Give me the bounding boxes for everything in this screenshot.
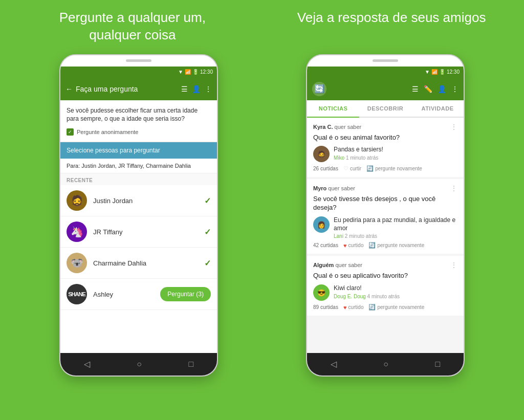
nav-recent-icon-r[interactable]: □	[435, 360, 441, 369]
feed-card-2-question: Se você tivesse três desejos , o que voc…	[313, 195, 457, 212]
heart-icon-2: ♥	[343, 242, 347, 249]
heart-icon-1: ♡	[343, 165, 348, 172]
time-right: 12:30	[447, 69, 460, 75]
recipients-label: Para:	[67, 163, 80, 169]
feed-card-2-more[interactable]: ⋮	[450, 184, 457, 192]
right-heading: Veja a resposta de seus amigos	[290, 9, 493, 44]
phones-container: ▼ 📶 🔋 12:30 ← Faça uma pergunta ☰ 👤 ⋮ Se…	[0, 54, 524, 377]
contact-item-ashley[interactable]: SHANE Ashley Perguntar (3)	[60, 279, 217, 310]
feed-card-3-actions: 89 curtidas ♥ curtido 🔄 pergunte novamen…	[313, 304, 457, 311]
feed-app-header: 🔄 ☰ ✏️ 👤 ⋮	[307, 78, 464, 100]
nav-back-icon-r[interactable]: ◁	[331, 359, 337, 369]
time-left: 12:30	[200, 69, 213, 75]
feed-card-2-answerer: Lani 2 minuto atrás	[334, 233, 457, 239]
feed-card-1-likes: 26 curtidas	[313, 166, 338, 171]
feed-card-3-answer-row: 😎 Kiwi claro! Doug E. Doug 4 minuto atrá…	[313, 284, 457, 301]
feed-more-icon[interactable]: ⋮	[451, 85, 458, 93]
feed-card-3-repeat-btn[interactable]: 🔄 pergunte novamente	[368, 304, 424, 311]
check-jr: ✓	[204, 227, 211, 237]
feed-profile-icon[interactable]: 👤	[438, 85, 446, 93]
contacts-list: 🧔 Justin Jordan ✓ 🦄 JR Tiffany ✓ 🐨	[60, 185, 217, 352]
feed-card-3-answerer: Doug E. Doug 4 minuto atrás	[334, 294, 457, 299]
ask-header-title: Faça uma pergunta	[76, 85, 181, 93]
feed-card-3: Alguém quer saber ⋮ Qual é o seu aplicat…	[307, 256, 464, 316]
checkbox-icon: ✓	[67, 128, 74, 136]
feed-contacts-icon[interactable]: ☰	[412, 85, 419, 93]
contact-item-justin[interactable]: 🧔 Justin Jordan ✓	[60, 185, 217, 216]
recipients-list: Justin Jordan, JR Tiffany, Charmaine Dah…	[81, 163, 191, 169]
ask-header-icons: ☰ 👤 ⋮	[181, 85, 212, 93]
profile-icon[interactable]: 👤	[192, 85, 201, 93]
feed-card-3-likes: 89 curtidas	[313, 304, 338, 310]
feed-content: Kyra C. quer saber ⋮ Qual é o seu animal…	[307, 118, 464, 353]
feed-card-2: Myro quer saber ⋮ Se você tivesse três d…	[307, 179, 464, 254]
nav-home-icon-r[interactable]: ○	[383, 360, 388, 369]
status-bar-right: ▼ 📶 🔋 12:30	[307, 67, 464, 78]
contact-item-jr[interactable]: 🦄 JR Tiffany ✓	[60, 216, 217, 248]
nav-recent-icon[interactable]: □	[189, 360, 194, 369]
question-area: Se você pudesse escolher ficar uma certa…	[60, 100, 217, 143]
wifi-icon: 📶	[185, 69, 191, 75]
feed-card-3-more[interactable]: ⋮	[450, 261, 457, 269]
feed-logo[interactable]: 🔄	[312, 82, 326, 96]
status-icons-right: ▼ 📶 🔋 12:30	[425, 69, 460, 75]
tab-atividade[interactable]: ATIVIDADE	[411, 100, 464, 118]
phone-screen-left: ▼ 📶 🔋 12:30 ← Faça uma pergunta ☰ 👤 ⋮ Se…	[60, 67, 217, 353]
more-icon[interactable]: ⋮	[205, 85, 212, 93]
feed-header-icons: ☰ ✏️ 👤 ⋮	[412, 85, 458, 93]
phone-right: ▼ 📶 🔋 12:30 🔄 ☰ ✏️ 👤 ⋮	[306, 54, 465, 377]
feed-card-2-header: Myro quer saber ⋮	[313, 184, 457, 192]
check-charmaine: ✓	[204, 258, 211, 268]
phone-bottom-nav-right: ◁ ○ □	[307, 353, 464, 375]
feed-edit-icon[interactable]: ✏️	[424, 85, 432, 93]
nav-back-icon[interactable]: ◁	[84, 359, 90, 369]
ask-button[interactable]: Perguntar (3)	[160, 287, 211, 301]
battery-icon-r: 🔋	[439, 69, 445, 75]
anon-check-row[interactable]: ✓ Pergunte anonimamente	[67, 128, 211, 136]
feed-card-1-header: Kyra C. quer saber ⋮	[313, 123, 457, 131]
feed-card-2-answer-row: 👩 Eu pediria para a paz mundial, a igual…	[313, 216, 457, 239]
tab-noticias[interactable]: NOTICIAS	[307, 100, 359, 118]
feed-card-3-like-btn[interactable]: ♥ curtido	[343, 304, 364, 311]
nav-home-icon[interactable]: ○	[137, 360, 142, 369]
signal-icon: ▼	[178, 69, 183, 75]
recent-label: RECENTE	[60, 173, 217, 185]
left-heading: Pergunte a qualquer um, qualquer coisa	[31, 9, 234, 44]
feed-card-1-repeat-btn[interactable]: 🔄 pergunte novamente	[366, 165, 422, 172]
avatar-justin: 🧔	[67, 190, 87, 211]
feed-card-2-asker: Myro quer saber	[313, 185, 450, 191]
phone-top-bar-left	[60, 55, 217, 67]
feed-card-1-answer-row: 🧔 Pandas e tarsiers! Miko 1 minuto atrás	[313, 146, 457, 162]
contact-item-charmaine[interactable]: 🐨 Charmaine Dahlia ✓	[60, 248, 217, 279]
feed-card-3-asker: Alguém quer saber	[313, 262, 450, 268]
feed-card-2-repeat-btn[interactable]: 🔄 pergunte novamente	[368, 242, 424, 249]
back-arrow-icon[interactable]: ←	[66, 85, 73, 93]
contact-name-ashley: Ashley	[93, 291, 160, 298]
feed-card-1-answer-text: Pandas e tarsiers!	[334, 146, 457, 154]
refresh-icon-1: 🔄	[366, 165, 374, 172]
feed-card-2-answer-text: Eu pediria para a paz mundial, a igualda…	[334, 216, 457, 232]
check-justin: ✓	[204, 196, 211, 206]
tab-descobrir[interactable]: DESCOBRIR	[359, 100, 411, 118]
avatar-ashley: SHANE	[67, 284, 87, 304]
tabs-bar: NOTICIAS DESCOBRIR ATIVIDADE	[307, 100, 464, 118]
phone-speaker-left	[126, 59, 151, 62]
avatar-charmaine: 🐨	[67, 253, 87, 273]
refresh-icon-2: 🔄	[368, 242, 376, 249]
recipients-line: Para: Justin Jordan, JR Tiffany, Charmai…	[60, 159, 217, 173]
phone-top-bar-right	[307, 55, 464, 67]
feed-card-3-answer-text: Kiwi claro!	[334, 284, 457, 293]
select-people-header: Selecione pessoas para perguntar	[60, 142, 217, 159]
phone-screen-right: ▼ 📶 🔋 12:30 🔄 ☰ ✏️ 👤 ⋮	[307, 67, 464, 353]
wifi-icon-r: 📶	[431, 69, 438, 75]
feed-card-3-header: Alguém quer saber ⋮	[313, 261, 457, 269]
contacts-icon[interactable]: ☰	[181, 85, 188, 93]
feed-card-1-like-btn[interactable]: ♡ curtir	[343, 165, 361, 172]
feed-card-2-avatar: 👩	[313, 216, 330, 233]
heart-icon-3: ♥	[343, 304, 347, 311]
contact-name-charmaine: Charmaine Dahlia	[93, 259, 204, 267]
feed-card-1-more[interactable]: ⋮	[450, 123, 457, 131]
feed-card-3-avatar: 😎	[313, 284, 330, 301]
feed-card-2-like-btn[interactable]: ♥ curtido	[343, 242, 364, 249]
status-bar-left: ▼ 📶 🔋 12:30	[60, 67, 217, 78]
